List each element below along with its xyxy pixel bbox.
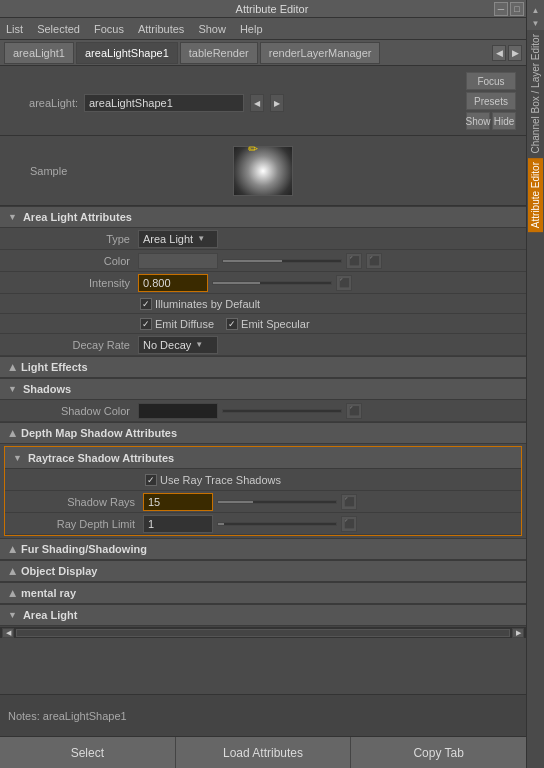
attributes-panel: ▼ Area Light Attributes Type Area Light …	[0, 206, 526, 694]
tab-arealight1[interactable]: areaLight1	[4, 42, 74, 64]
color-reset-btn[interactable]: ⬛	[346, 253, 362, 269]
sample-swatch[interactable]	[233, 146, 293, 196]
sidebar-arrow-down[interactable]: ▼	[532, 17, 540, 30]
sample-area: ✏ Sample	[0, 136, 526, 206]
sidebar-arrow-up[interactable]: ▲	[532, 4, 540, 17]
shadow-color-value-container: ⬛	[138, 403, 518, 419]
menu-list[interactable]: List	[6, 23, 23, 35]
ray-depth-reset-btn[interactable]: ⬛	[341, 516, 357, 532]
section-raytrace[interactable]: ▼ Raytrace Shadow Attributes	[5, 447, 521, 469]
sample-label: Sample	[30, 165, 67, 177]
light-name-label: areaLight:	[8, 97, 78, 109]
shadow-rays-reset-btn[interactable]: ⬛	[341, 494, 357, 510]
shadow-color-swatch[interactable]	[138, 403, 218, 419]
section-title-shadows: Shadows	[23, 383, 71, 395]
menu-attributes[interactable]: Attributes	[138, 23, 184, 35]
illuminates-row: Illuminates by Default	[0, 294, 526, 314]
section-title-area-light: Area Light Attributes	[23, 211, 132, 223]
show-hide-row: Show Hide	[466, 112, 516, 130]
section-object-display[interactable]: ▶ Object Display	[0, 560, 526, 582]
color-slider[interactable]	[222, 259, 342, 263]
emit-specular-item: Emit Specular	[226, 318, 309, 330]
copy-tab-button[interactable]: Copy Tab	[351, 737, 526, 769]
tab-next-button[interactable]: ▶	[508, 45, 522, 61]
tab-renderlayermanager[interactable]: renderLayerManager	[260, 42, 381, 64]
section-title-object-display: Object Display	[21, 565, 97, 577]
section-title-raytrace: Raytrace Shadow Attributes	[28, 452, 174, 464]
section-area-light-attributes[interactable]: ▼ Area Light Attributes	[0, 206, 526, 228]
arrow-left-btn[interactable]: ◀	[250, 94, 264, 112]
sidebar-attribute-editor-label[interactable]: Attribute Editor	[528, 158, 543, 232]
section-shadows[interactable]: ▼ Shadows	[0, 378, 526, 400]
section-arrow-object-display: ▶	[7, 568, 17, 575]
tab-prev-button[interactable]: ◀	[492, 45, 506, 61]
section-fur-shading[interactable]: ▶ Fur Shading/Shadowing	[0, 538, 526, 560]
maximize-button[interactable]: □	[510, 2, 524, 16]
shadow-color-row: Shadow Color ⬛	[0, 400, 526, 422]
horizontal-scrollbar[interactable]: ◀ ▶	[0, 626, 526, 638]
hide-button[interactable]: Hide	[492, 112, 516, 130]
color-options-btn[interactable]: ⬛	[366, 253, 382, 269]
section-arrow-light-effects: ▶	[7, 364, 17, 371]
section-arrow-area-light: ▼	[8, 212, 17, 222]
type-dropdown[interactable]: Area Light ▼	[138, 230, 218, 248]
decay-value-container: No Decay ▼	[138, 336, 518, 354]
emit-row: Emit Diffuse Emit Specular	[0, 314, 526, 334]
intensity-slider[interactable]	[212, 281, 332, 285]
menu-show[interactable]: Show	[198, 23, 226, 35]
shadow-rays-input[interactable]	[143, 493, 213, 511]
ray-depth-slider[interactable]	[217, 522, 337, 526]
presets-button[interactable]: Presets	[466, 92, 516, 110]
menu-bar: List Selected Focus Attributes Show Help	[0, 18, 526, 40]
ray-depth-input[interactable]	[143, 515, 213, 533]
h-scroll-left[interactable]: ◀	[2, 628, 14, 638]
shadow-color-label: Shadow Color	[8, 405, 138, 417]
shadow-color-reset-btn[interactable]: ⬛	[346, 403, 362, 419]
tab-tablerender[interactable]: tableRender	[180, 42, 258, 64]
section-depth-map[interactable]: ▶ Depth Map Shadow Attributes	[0, 422, 526, 444]
use-raytrace-row: Use Ray Trace Shadows	[5, 469, 521, 491]
bottom-bar: Select Load Attributes Copy Tab	[0, 736, 526, 768]
tab-row: areaLight1 areaLightShape1 tableRender r…	[0, 40, 526, 66]
use-raytrace-item: Use Ray Trace Shadows	[145, 474, 281, 486]
section-arrow-fur: ▶	[7, 546, 17, 553]
notes-bar: Notes: areaLightShape1	[0, 694, 526, 736]
ray-depth-value-container: ⬛	[143, 515, 513, 533]
menu-selected[interactable]: Selected	[37, 23, 80, 35]
h-scroll-right[interactable]: ▶	[512, 628, 524, 638]
sidebar-channel-box-label[interactable]: Channel Box / Layer Editor	[528, 30, 543, 158]
emit-diffuse-item: Emit Diffuse	[140, 318, 214, 330]
section-title-light-effects: Light Effects	[21, 361, 88, 373]
arrow-right-btn[interactable]: ▶	[270, 94, 284, 112]
minimize-button[interactable]: ─	[494, 2, 508, 16]
raytrace-section: ▼ Raytrace Shadow Attributes Use Ray Tra…	[4, 446, 522, 536]
intensity-input[interactable]	[138, 274, 208, 292]
h-scroll-track[interactable]	[16, 629, 510, 637]
intensity-reset-btn[interactable]: ⬛	[336, 275, 352, 291]
section-light-effects[interactable]: ▶ Light Effects	[0, 356, 526, 378]
action-buttons: Focus Presets Show Hide	[466, 72, 516, 130]
section-mental-ray[interactable]: ▶ mental ray	[0, 582, 526, 604]
focus-button[interactable]: Focus	[466, 72, 516, 90]
decay-dropdown[interactable]: No Decay ▼	[138, 336, 218, 354]
light-name-input[interactable]	[84, 94, 244, 112]
emit-specular-checkbox[interactable]	[226, 318, 238, 330]
select-button[interactable]: Select	[0, 737, 176, 769]
edit-pencil-icon[interactable]: ✏	[248, 142, 258, 156]
use-raytrace-label: Use Ray Trace Shadows	[160, 474, 281, 486]
emit-diffuse-checkbox[interactable]	[140, 318, 152, 330]
color-swatch[interactable]	[138, 253, 218, 269]
shadow-rays-slider[interactable]	[217, 500, 337, 504]
section-arrow-shadows: ▼	[8, 384, 17, 394]
shadow-color-slider[interactable]	[222, 409, 342, 413]
tab-nav-buttons: ◀ ▶	[492, 45, 522, 61]
illuminates-checkbox[interactable]	[140, 298, 152, 310]
menu-help[interactable]: Help	[240, 23, 263, 35]
use-raytrace-checkbox[interactable]	[145, 474, 157, 486]
section-area-light-bottom[interactable]: ▼ Area Light	[0, 604, 526, 626]
menu-focus[interactable]: Focus	[94, 23, 124, 35]
show-button[interactable]: Show	[466, 112, 490, 130]
tab-arealightshape1[interactable]: areaLightShape1	[76, 42, 178, 64]
emit-diffuse-label: Emit Diffuse	[155, 318, 214, 330]
load-attributes-button[interactable]: Load Attributes	[176, 737, 352, 769]
